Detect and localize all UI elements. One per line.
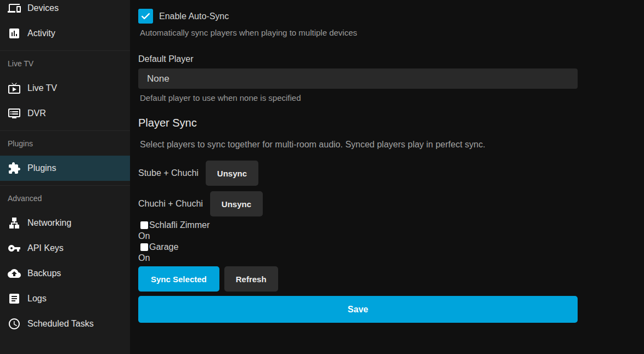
sidebar-item-plugins[interactable]: Plugins	[0, 156, 130, 181]
sidebar-item-activity[interactable]: Activity	[0, 21, 130, 46]
sidebar: Devices Activity Live TV Live TV DVR Plu…	[0, 0, 130, 354]
sidebar-item-live-tv[interactable]: Live TV	[0, 76, 130, 101]
sync-selected-button[interactable]: Sync Selected	[138, 266, 219, 292]
save-button[interactable]: Save	[138, 296, 578, 323]
sidebar-item-networking[interactable]: Networking	[0, 210, 130, 236]
sidebar-item-label: Activity	[27, 28, 55, 38]
live-tv-icon	[8, 82, 21, 95]
activity-icon	[8, 27, 21, 40]
sync-group-name: Stube + Chuchi	[138, 168, 199, 178]
sidebar-item-label: Devices	[27, 3, 59, 13]
player-list: Schlafli Zimmer On Garage On	[138, 220, 578, 264]
default-player-value: None	[147, 73, 170, 84]
sidebar-section-plugins: Plugins	[0, 131, 130, 156]
sidebar-item-scheduled-tasks[interactable]: Scheduled Tasks	[0, 311, 130, 336]
auto-sync-checkbox[interactable]	[138, 9, 153, 24]
sidebar-section-live-tv: Live TV	[0, 51, 130, 76]
player-sync-title: Player Sync	[138, 117, 578, 129]
player-row: Garage	[138, 242, 578, 253]
player-status: On	[138, 253, 578, 264]
sidebar-item-label: Backups	[27, 269, 61, 278]
player-checkbox[interactable]	[140, 221, 148, 229]
plugins-icon	[8, 162, 21, 175]
sync-actions: Sync Selected Refresh	[138, 266, 578, 292]
clock-icon	[8, 317, 21, 330]
dvr-icon	[8, 107, 21, 120]
sidebar-item-label: Networking	[27, 218, 71, 228]
sidebar-item-logs[interactable]: Logs	[0, 286, 130, 311]
sidebar-item-label: Live TV	[27, 83, 57, 93]
auto-sync-label: Enable Auto-Sync	[159, 12, 229, 21]
sidebar-item-label: API Keys	[27, 243, 64, 253]
default-player-select[interactable]: None	[138, 68, 578, 89]
sidebar-item-dvr[interactable]: DVR	[0, 101, 130, 126]
unsync-button[interactable]: Unsync	[210, 191, 263, 216]
networking-icon	[8, 216, 21, 230]
sidebar-item-label: Scheduled Tasks	[27, 319, 94, 329]
refresh-button[interactable]: Refresh	[224, 266, 278, 292]
auto-sync-checkbox-row: Enable Auto-Sync	[138, 9, 578, 24]
sidebar-item-label: Plugins	[27, 163, 56, 173]
sync-group-name: Chuchi + Chuchi	[138, 199, 203, 209]
sidebar-item-api-keys[interactable]: API Keys	[0, 236, 130, 261]
sidebar-item-backups[interactable]: Backups	[0, 261, 130, 286]
default-player-label: Default Player	[138, 54, 578, 64]
player-row: Schlafli Zimmer	[138, 220, 578, 231]
player-name: Garage	[149, 242, 178, 253]
default-player-description: Default player to use when none is speci…	[140, 93, 578, 102]
settings-page: Enable Auto-Sync Automatically sync play…	[130, 0, 644, 354]
player-checkbox[interactable]	[140, 243, 148, 251]
sync-group-row: Chuchi + Chuchi Unsync	[138, 191, 578, 216]
sync-group-row: Stube + Chuchi Unsync	[138, 161, 578, 186]
key-icon	[8, 242, 21, 255]
sidebar-item-label: DVR	[27, 109, 46, 118]
player-name: Schlafli Zimmer	[149, 220, 210, 231]
devices-icon	[8, 2, 21, 15]
sidebar-item-devices[interactable]: Devices	[0, 0, 130, 21]
unsync-button[interactable]: Unsync	[206, 161, 258, 186]
player-status: On	[138, 231, 578, 242]
sidebar-section-advanced: Advanced	[0, 186, 130, 210]
sidebar-item-label: Logs	[27, 294, 47, 304]
backup-icon	[8, 267, 21, 280]
player-sync-description: Select players to sync together for mult…	[140, 140, 578, 150]
logs-icon	[8, 292, 21, 305]
auto-sync-description: Automatically sync players when playing …	[140, 28, 578, 37]
